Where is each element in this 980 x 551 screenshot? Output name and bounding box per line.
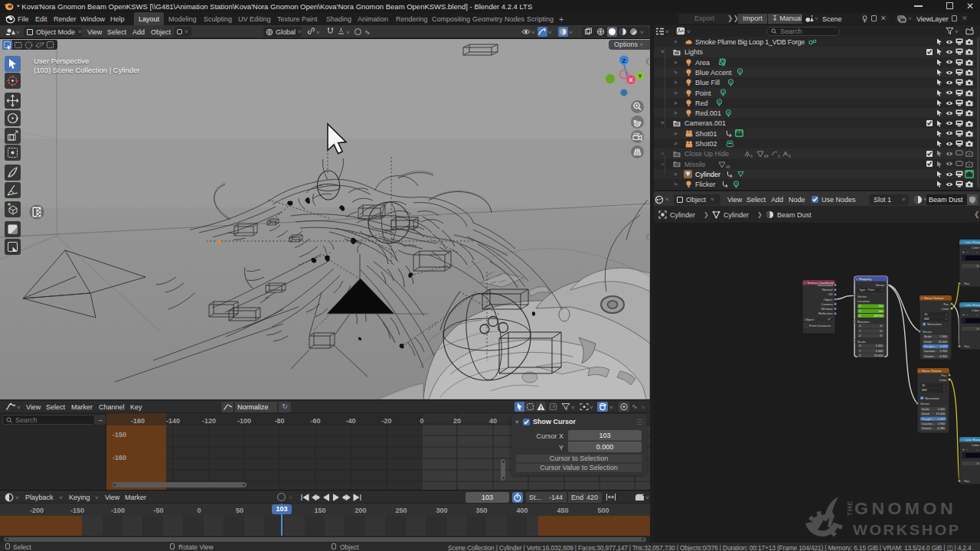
svg-text:2: 2 (778, 154, 780, 158)
svg-text:Object: Object (823, 298, 833, 302)
svg-text:˅: ˅ (946, 318, 947, 321)
svg-text:Location: Location (858, 299, 871, 303)
svg-text:0.499: 0.499 (939, 345, 947, 348)
svg-text:Scale: Scale (924, 335, 932, 338)
svg-text:Vector: Vector (876, 283, 885, 287)
svg-text:Fac: Fac (944, 302, 949, 306)
svg-text:Color: Color (972, 443, 980, 447)
svg-text:0°: 0° (880, 334, 883, 337)
svg-text:Color: Color (972, 308, 980, 312)
svg-text:Normalize: Normalize (927, 322, 942, 326)
svg-text:1.910: 1.910 (939, 350, 947, 353)
svg-text:Scale: Scale (922, 408, 929, 411)
svg-text:Scale: Scale (858, 340, 866, 344)
svg-text:From Instancer: From Instancer (809, 324, 831, 328)
svg-text:Fac: Fac (965, 479, 970, 483)
svg-text:1.000: 1.000 (875, 344, 883, 347)
svg-text:Fac: Fac (942, 373, 947, 377)
svg-text:Fac: Fac (965, 344, 970, 348)
svg-text:Noise Texture: Noise Texture (924, 296, 944, 300)
svg-text:UV: UV (828, 292, 833, 296)
svg-text:Color Ramp: Color Ramp (964, 438, 980, 442)
svg-text:Roughn...: Roughn... (922, 418, 934, 421)
svg-text:˅: ˅ (976, 251, 978, 254)
svg-text:Reflection: Reflection (818, 311, 833, 315)
svg-text:🖉: 🖉 (828, 317, 831, 321)
svg-text:0: 0 (977, 265, 978, 268)
svg-text:Distorti...: Distorti... (922, 427, 933, 430)
svg-text:29.000: 29.000 (874, 354, 883, 357)
svg-text:Detail: Detail (924, 341, 932, 344)
svg-text:˅: ˅ (961, 304, 962, 307)
svg-text:3D: 3D (924, 313, 928, 316)
svg-text:Y: Y (638, 73, 642, 80)
svg-text:˅: ˅ (946, 313, 947, 316)
svg-text:15.000: 15.000 (936, 412, 945, 416)
svg-text:Lacunar...: Lacunar... (922, 422, 935, 425)
svg-text:7.000: 7.000 (939, 335, 947, 338)
svg-text:+ −: + − (962, 250, 969, 254)
svg-text:-0.380: -0.380 (936, 427, 945, 430)
svg-text:˅: ˅ (961, 439, 962, 442)
svg-text:0°: 0° (880, 324, 883, 328)
svg-text:Object: Object (805, 318, 815, 321)
svg-text:Z: Z (622, 57, 626, 64)
svg-text:0m: 0m (879, 305, 883, 308)
svg-text:fBM: fBM (924, 318, 929, 321)
svg-text:Color Ramp: Color Ramp (964, 240, 980, 244)
svg-text:+ −: + − (962, 448, 969, 452)
svg-text:1.910: 1.910 (937, 422, 945, 425)
svg-text:Window: Window (822, 307, 834, 311)
svg-text:3D: 3D (922, 384, 926, 387)
svg-text:˅: ˅ (976, 314, 978, 317)
svg-text:Color Ramp: Color Ramp (964, 303, 980, 307)
svg-text:Vector: Vector (923, 330, 932, 334)
svg-text:˅: ˅ (856, 278, 858, 281)
svg-text:Roughn...: Roughn... (924, 345, 936, 348)
svg-text:Color: Color (939, 378, 947, 382)
svg-text:˅: ˅ (943, 389, 945, 392)
svg-text:84: 84 (764, 154, 769, 158)
svg-text:Normal: Normal (822, 288, 833, 292)
svg-text:Type: Point: Type: Point (859, 289, 875, 292)
svg-text:˅: ˅ (961, 241, 962, 244)
svg-text:0°: 0° (880, 330, 883, 333)
svg-text:Fac: Fac (965, 282, 970, 285)
svg-text:8: 8 (789, 154, 791, 158)
svg-text:Rotation: Rotation (858, 320, 870, 324)
svg-text:15.000: 15.000 (938, 341, 947, 344)
svg-text:Camera: Camera (822, 302, 834, 306)
svg-text:48: 48 (726, 165, 730, 169)
svg-text:˅: ˅ (881, 289, 883, 292)
svg-text:Lacunar...: Lacunar... (924, 350, 937, 353)
svg-text:-0.300: -0.300 (939, 355, 947, 358)
svg-text:˅: ˅ (919, 370, 920, 373)
svg-text:Noise Texture: Noise Texture (922, 369, 942, 373)
svg-text:fBM: fBM (922, 389, 927, 392)
svg-text:-4377m: -4377m (873, 315, 883, 318)
svg-text:Mapping: Mapping (859, 277, 872, 281)
svg-text:˅: ˅ (943, 384, 945, 387)
svg-text:˅: ˅ (921, 297, 923, 300)
svg-text:1.000: 1.000 (937, 408, 945, 411)
svg-text:0m: 0m (879, 310, 883, 313)
svg-text:˅: ˅ (976, 448, 978, 452)
svg-text:Vector: Vector (858, 295, 867, 298)
svg-text:Distorti...: Distorti... (924, 355, 936, 358)
svg-text:Generated: Generated (818, 283, 833, 287)
svg-text:Normalize: Normalize (925, 396, 940, 400)
svg-text:˅: ˅ (804, 282, 805, 285)
svg-text:Vector: Vector (920, 402, 929, 406)
svg-text:X: X (629, 77, 633, 83)
svg-text:Color: Color (972, 246, 980, 249)
svg-text:+ −: + − (962, 313, 969, 317)
svg-text:4: 4 (750, 154, 753, 158)
svg-text:Color: Color (941, 307, 949, 311)
svg-text:0.499: 0.499 (937, 418, 945, 421)
svg-text:Detail: Detail (922, 412, 929, 416)
svg-text:1.000: 1.000 (875, 350, 883, 353)
svg-text:0: 0 (977, 462, 978, 465)
svg-text:0: 0 (977, 328, 978, 331)
